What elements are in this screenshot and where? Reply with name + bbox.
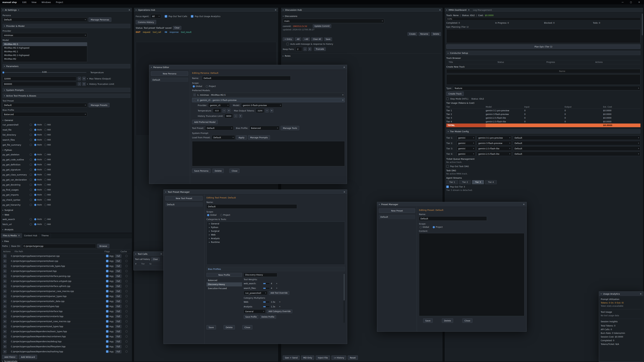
tool-auto-option[interactable]: Auto (34, 139, 42, 141)
tier-model-select[interactable]: gemini-2.5-flash-lite (477, 146, 512, 151)
increment-button[interactable]: + (82, 77, 86, 80)
menu-item[interactable]: Windows (42, 1, 51, 3)
cache-indicator-icon[interactable] (126, 351, 128, 353)
close-icon[interactable]: ✕ (275, 9, 276, 11)
maximize-icon[interactable]: ▢ (630, 1, 632, 3)
tab-theme[interactable]: Theme (40, 233, 51, 238)
tool-auto-option[interactable]: Auto (34, 153, 42, 156)
pe-temp-input[interactable] (213, 108, 221, 113)
cache-indicator-icon[interactable] (126, 275, 128, 277)
discussion-hub-header[interactable]: ▾ Discussion Hub ✕ (281, 8, 442, 12)
tool-auto-option[interactable]: Auto (34, 223, 42, 225)
track-description-textarea[interactable] (446, 74, 640, 85)
persona-select[interactable]: Default (2, 17, 87, 22)
tool-auto-option[interactable]: Auto (34, 158, 42, 161)
model-list-item[interactable]: MiniMax-M2.5 (3, 42, 87, 46)
tool-ask-option[interactable]: Ask (44, 218, 51, 220)
bias-profile-item[interactable]: Discovery-Heavy (206, 282, 242, 286)
full-flag-button[interactable]: Full (115, 280, 122, 283)
history-limit-input[interactable] (2, 82, 76, 86)
tool-ask-option[interactable]: Ask (44, 173, 51, 176)
max-tokens-input[interactable] (2, 76, 76, 81)
scope-global-option[interactable]: Global (207, 214, 216, 216)
caret-down-icon[interactable]: ▾ (2, 9, 3, 11)
bias-editor-scrollbar[interactable] (344, 273, 345, 323)
tool-ask-option[interactable]: Ask (44, 189, 51, 191)
tier-model-select[interactable]: gemini-2.5-flash-lite (477, 152, 512, 156)
save-preset-button[interactable]: Save (423, 319, 433, 323)
cache-indicator-icon[interactable] (126, 305, 128, 307)
profile-name-input[interactable] (244, 273, 277, 277)
remove-file-button[interactable]: x (3, 340, 6, 343)
agg-checkbox[interactable] (106, 255, 108, 257)
tool-preset-list-item[interactable]: Default (165, 202, 202, 206)
rename-discussion-button[interactable]: Rename (418, 32, 430, 36)
preset-list-item[interactable]: Default (379, 215, 415, 219)
temperature-slider[interactable]: 0.00 (2, 72, 86, 73)
menu-item[interactable]: Edit (22, 1, 26, 3)
cache-indicator-icon[interactable] (126, 260, 128, 262)
close-icon[interactable]: ✕ (468, 9, 470, 11)
agg-checkbox[interactable] (106, 350, 108, 353)
full-flag-button[interactable]: Full (115, 300, 122, 303)
full-flag-button[interactable]: Full (115, 290, 122, 293)
tier-preset-select[interactable]: Default (513, 141, 640, 145)
preset-content-textarea[interactable] (419, 233, 524, 316)
tool-preset-manager-titlebar[interactable]: ▾ Tool Preset Manager ✕ (164, 190, 347, 194)
full-flag-button[interactable]: Full (115, 345, 122, 348)
remove-file-button[interactable]: x (3, 320, 6, 323)
tool-auto-option[interactable]: Auto (34, 134, 42, 136)
plan-epic-button[interactable]: Plan Epic (Tier 1) (446, 44, 640, 49)
increment-button[interactable]: + (239, 114, 242, 118)
stream-tab[interactable]: Tier 1 (446, 180, 458, 184)
parameters-section[interactable]: ▾ Parameters (2, 64, 130, 68)
apply-button[interactable]: Apply (236, 135, 246, 140)
tool-ask-option[interactable]: Ask (44, 144, 51, 146)
system-prompt-textarea[interactable] (192, 141, 345, 166)
composer-button[interactable]: MD Only (301, 356, 314, 360)
pe-provider-select[interactable]: gemini_cli (208, 103, 230, 107)
multiplier-slider[interactable] (263, 301, 270, 303)
tool-ask-option[interactable]: Ask (44, 199, 51, 201)
agg-checkbox[interactable] (106, 260, 108, 262)
tool-preset-name-input[interactable] (206, 204, 297, 209)
remove-file-button[interactable]: x (3, 345, 6, 348)
tool-ask-option[interactable]: Ask (44, 139, 51, 141)
increment-button[interactable]: + (308, 47, 312, 51)
multiplier-slider[interactable] (263, 306, 270, 308)
menu-item[interactable]: View (32, 1, 36, 3)
new-preset-button[interactable]: New Preset (379, 209, 415, 213)
provider-select[interactable]: minimax (2, 33, 87, 37)
tool-toggle-radio[interactable] (30, 218, 32, 220)
reorder-handle-icon[interactable]: − (193, 99, 196, 101)
tab-context-hub[interactable]: Context Hub (22, 233, 40, 238)
full-flag-button[interactable]: Full (115, 275, 122, 278)
save-profile-button[interactable]: Save Profile (244, 315, 258, 319)
tool-auto-option[interactable]: Auto (34, 129, 42, 131)
tool-toggle-radio[interactable] (30, 134, 32, 136)
menu-item[interactable]: Project (56, 1, 63, 3)
manage-tools-button[interactable]: Manage Tools (281, 126, 299, 130)
active-tool-presets-section[interactable]: ▾ Active Tool Presets & Biases (2, 93, 130, 98)
composer-button[interactable]: -> History (332, 356, 346, 360)
usage-analytics-titlebar[interactable]: ▾ Usage Analytics ✕ (599, 292, 643, 296)
decrement-button[interactable]: − (234, 114, 238, 118)
ai-settings-header[interactable]: ▾ AI Settings ▾ ✕ (1, 8, 132, 12)
close-dialog-button[interactable]: Close (242, 325, 252, 330)
remove-model-icon[interactable]: ✕ (342, 94, 344, 96)
cache-indicator-icon[interactable] (126, 310, 128, 312)
agg-checkbox[interactable] (106, 270, 108, 272)
tab-log-management[interactable]: Log Management (473, 9, 492, 11)
manage-personas-button[interactable]: Manage Personas (88, 17, 111, 22)
agg-checkbox[interactable] (106, 325, 108, 328)
scope-project-option[interactable]: Project (206, 85, 216, 87)
delete-discussion-button[interactable]: Delete (431, 32, 441, 36)
tool-ask-option[interactable]: Ask (44, 168, 51, 171)
panel-menu-icon[interactable]: ▾ (18, 9, 19, 11)
add-files-button[interactable]: Add File(s) (2, 355, 18, 359)
tool-toggle-radio[interactable] (30, 199, 32, 201)
preset-name-input[interactable] (419, 216, 487, 221)
tool-ask-option[interactable]: Ask (44, 178, 51, 181)
entry-action-button[interactable]: Clear All (311, 37, 323, 41)
remove-file-button[interactable]: x (3, 330, 6, 333)
